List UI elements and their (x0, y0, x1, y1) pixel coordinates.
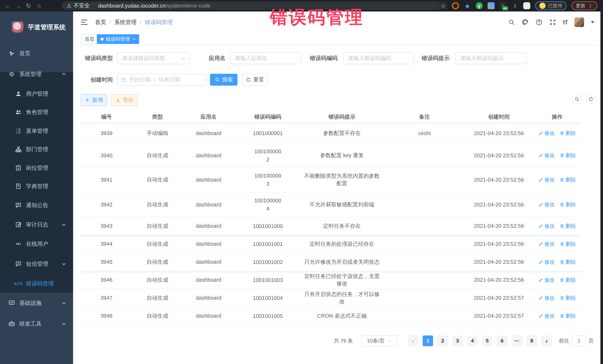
sidebar-item-notices[interactable]: 通知公告 (0, 196, 73, 214)
edit-button[interactable]: 修改 (538, 295, 555, 302)
reload-icon[interactable]: ↻ (23, 2, 34, 10)
delete-button[interactable]: 删除 (560, 276, 576, 284)
sidebar-item-home[interactable]: 首页 (0, 44, 73, 62)
sidebar-item-online-users[interactable]: 在线用户 (0, 235, 73, 253)
user-avatar[interactable] (574, 17, 584, 27)
more-pages-button[interactable]: ••• (512, 335, 522, 346)
delete-button[interactable]: 删除 (560, 201, 576, 208)
error-code-field[interactable] (343, 52, 414, 64)
app-logo-row[interactable]: 芋道管理系统 (0, 15, 73, 39)
github-icon[interactable] (522, 19, 529, 26)
breadcrumb-home[interactable]: 首页 (95, 19, 106, 26)
update-button[interactable]: 更新 ⋮ (571, 1, 597, 10)
edit-button[interactable]: 修改 (538, 152, 555, 159)
goto-page-input[interactable] (572, 335, 586, 346)
error-hint-input[interactable] (456, 53, 526, 64)
error-code-input[interactable] (344, 53, 414, 64)
cell-type: 自动生成 (133, 240, 182, 248)
error-type-select-input[interactable] (118, 53, 189, 64)
sidebar-item-dev-tools[interactable]: 研发工具 (0, 315, 73, 333)
extensions-puzzle-icon[interactable] (523, 2, 530, 9)
delete-button[interactable]: 删除 (560, 259, 576, 265)
page-size-select[interactable]: 10条/页 (361, 335, 397, 346)
prev-page-button[interactable]: ‹ (408, 335, 418, 346)
page-button-3[interactable]: 3 (452, 335, 463, 346)
extension-key-icon[interactable]: ⚷ (511, 2, 518, 9)
pencil-icon (538, 314, 543, 318)
delete-button[interactable]: 删除 (560, 295, 576, 302)
home-icon[interactable]: ⌂ (34, 2, 44, 10)
delete-button[interactable]: 删除 (560, 241, 576, 248)
extension-gem-icon[interactable]: ◆ (464, 2, 471, 9)
edit-button[interactable]: 修改 (538, 201, 555, 208)
edit-button[interactable]: 修改 (538, 276, 555, 284)
reset-button[interactable]: 重置 (242, 74, 267, 86)
bookmark-star-icon[interactable]: ☆ (439, 2, 447, 10)
sidebar-item-error-code[interactable]: </> 错误码管理 (0, 275, 73, 292)
page-button-4[interactable]: 4 (467, 335, 477, 346)
refresh-table-button[interactable] (586, 94, 596, 104)
goto-label: 前往 (559, 337, 569, 344)
delete-button[interactable]: 删除 (560, 223, 576, 230)
cell-app: dashboard (182, 277, 235, 283)
date-range-picker[interactable]: 开始日期 - 结束日期 (117, 74, 207, 86)
cell-time: 2021-04-20 23:52:57 (465, 313, 533, 319)
tab-error-code[interactable]: 错误码管理 × (97, 34, 139, 44)
breadcrumb-system[interactable]: 系统管理 (114, 19, 137, 26)
cell-hint: 只有开启状态的任务，才可以修改 (300, 291, 384, 305)
fullscreen-icon[interactable] (549, 19, 556, 26)
delete-button[interactable]: 删除 (560, 152, 576, 159)
sidebar-item-system[interactable]: 系统管理 (0, 65, 73, 83)
extension-orange-icon[interactable] (452, 2, 459, 9)
address-bar[interactable]: ⚠ 不安全 dashboard.yudao.iocoder.cn /system… (62, 1, 444, 10)
page-button-6[interactable]: 6 (497, 335, 507, 346)
help-icon[interactable] (535, 19, 543, 26)
search-button[interactable]: 搜索 (210, 74, 237, 86)
page-button-1[interactable]: 1 (423, 335, 433, 346)
edit-button[interactable]: 修改 (538, 241, 555, 248)
sidebar-item-menus[interactable]: 菜单管理 (0, 122, 73, 140)
profile-paused-chip[interactable]: 已暂停 (535, 1, 567, 10)
export-button[interactable]: 导出 (111, 94, 138, 106)
delete-button[interactable]: 删除 (560, 312, 576, 320)
sidebar-item-sms[interactable]: 短信管理 (0, 255, 73, 273)
error-type-select[interactable] (117, 52, 190, 64)
edit-button[interactable]: 修改 (538, 259, 555, 265)
edit-button[interactable]: 修改 (538, 130, 555, 137)
sidebar-item-dict[interactable]: 字典管理 (0, 177, 73, 195)
hamburger-icon[interactable] (81, 19, 88, 26)
edit-button[interactable]: 修改 (538, 176, 555, 183)
page-scrollbar[interactable] (600, 11, 603, 364)
sidebar-item-infrastructure[interactable]: 基础设施 (0, 294, 73, 312)
extension-y-icon[interactable]: y (476, 2, 483, 9)
next-page-button[interactable]: › (541, 335, 552, 346)
edit-button[interactable]: 修改 (538, 223, 555, 230)
sidebar-item-roles[interactable]: 角色管理 (0, 103, 73, 121)
toggle-search-button[interactable] (572, 94, 582, 104)
add-button[interactable]: 新增 (81, 94, 107, 106)
forward-icon[interactable]: → (13, 2, 23, 10)
delete-button[interactable]: 删除 (560, 176, 576, 183)
error-hint-field[interactable] (455, 52, 527, 64)
back-icon[interactable]: ← (3, 2, 13, 10)
page-button-2[interactable]: 2 (438, 335, 448, 346)
extension-grid-icon[interactable] (487, 2, 495, 9)
app-name-field[interactable] (230, 52, 301, 64)
sidebar-item-users[interactable]: 用户管理 (0, 85, 73, 103)
sidebar: 芋道管理系统 首页 系统管理 用户管理 角色管理 菜单管理 部门管理 岗位管理 … (0, 11, 73, 364)
page-button-8[interactable]: 8 (527, 335, 537, 346)
sidebar-item-posts[interactable]: 岗位管理 (0, 159, 73, 177)
edit-button[interactable]: 修改 (538, 312, 555, 320)
page-button-5[interactable]: 5 (482, 335, 492, 346)
search-icon[interactable] (508, 19, 515, 26)
delete-button[interactable]: 删除 (560, 130, 576, 137)
tab-home[interactable]: 首页 (81, 34, 99, 44)
app-name-input[interactable] (231, 53, 301, 64)
extension-switch-icon[interactable]: ≡ on (499, 2, 507, 9)
avatar-caret-icon[interactable] (591, 21, 594, 23)
sidebar-item-departments[interactable]: 部门管理 (0, 141, 73, 158)
sidebar-item-audit-log[interactable]: 审计日志 (0, 216, 73, 233)
font-size-icon[interactable]: tT (563, 19, 568, 26)
browser-menu-icon[interactable]: ⋮ (588, 3, 593, 9)
close-icon[interactable]: × (133, 36, 135, 42)
